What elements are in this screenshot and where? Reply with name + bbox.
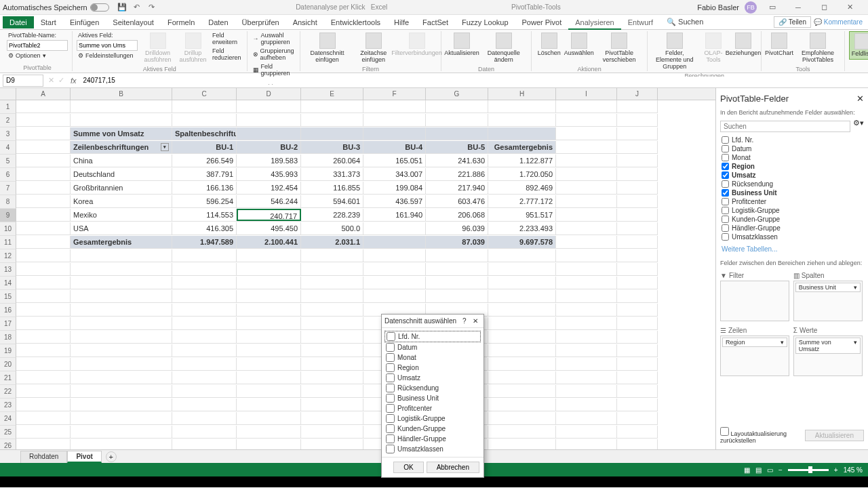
cell[interactable]: 217.940 [426,182,488,194]
slicer-field-item[interactable]: Lfd. Nr. [384,331,481,342]
slicer-field-item[interactable]: Umsatzklassen [384,444,481,454]
slicer-field-item[interactable]: Datum [384,342,481,352]
close-icon[interactable]: ✕ [840,1,860,14]
cell[interactable]: Großbritannien [71,182,172,194]
field-item[interactable]: Monat [720,153,864,162]
cell[interactable] [617,290,658,302]
cell[interactable]: 436.597 [363,195,426,207]
cell[interactable] [556,263,617,275]
ribbon-display-icon[interactable]: ▭ [762,1,783,14]
cell[interactable]: BU-4 [363,141,426,153]
cell[interactable]: 2.233.493 [488,222,556,235]
cell[interactable] [237,371,301,384]
row-header[interactable]: 13 [0,263,16,277]
tab-analysieren[interactable]: Analysieren [568,16,620,30]
cell[interactable] [617,263,658,275]
cell[interactable] [71,277,172,289]
cell[interactable]: 1.720.050 [488,168,556,180]
cell[interactable] [16,249,71,262]
cell[interactable]: 9.697.578 [488,236,556,248]
values-dropzone[interactable]: Summe von Umsatz▾ [793,336,863,376]
cell[interactable] [617,412,658,424]
redo-icon[interactable]: ↷ [146,2,157,13]
cell[interactable]: 2.031.1 [301,236,363,248]
tab-power pivot[interactable]: Power Pivot [515,16,569,28]
cell[interactable] [301,385,363,397]
cell[interactable] [16,358,71,370]
cell[interactable]: 546.244 [237,195,301,207]
cell[interactable] [237,114,301,126]
cell[interactable] [363,114,426,126]
field-item[interactable]: Logistik-Gruppe [720,206,864,215]
cell[interactable] [71,290,172,302]
cell[interactable] [488,290,556,302]
cell[interactable] [301,249,363,262]
cell[interactable] [617,317,658,329]
cell[interactable] [16,127,71,140]
cell[interactable] [237,317,301,329]
cell[interactable] [237,249,301,262]
tab-file[interactable]: Datei [3,16,34,28]
cell[interactable] [426,249,488,262]
accept-formula-icon[interactable]: ✓ [56,76,66,85]
cell[interactable] [363,100,426,113]
cell[interactable] [301,426,363,438]
row-header[interactable]: 10 [0,222,16,236]
insert-timeline-button[interactable]: Zeitachse einfügen [353,31,394,65]
row-header[interactable]: 14 [0,277,16,290]
col-header-D[interactable]: D [237,88,301,100]
field-item[interactable]: Region [720,162,864,171]
cell[interactable] [556,412,617,424]
cell[interactable] [71,439,172,449]
select-all-corner[interactable] [0,88,16,100]
col-header-G[interactable]: G [426,88,488,100]
cell[interactable] [16,236,71,248]
cell[interactable]: 2.100.441 [237,236,301,248]
col-header-F[interactable]: F [363,88,426,100]
cell[interactable] [617,399,658,411]
cell[interactable] [16,385,71,397]
cell[interactable] [301,263,363,275]
cell[interactable]: BU-1 [172,141,237,153]
cell[interactable] [237,426,301,438]
cell[interactable] [617,127,658,140]
cell[interactable] [556,155,617,167]
cell[interactable]: 596.254 [172,195,237,207]
row-header[interactable]: 7 [0,182,16,195]
cell[interactable] [617,141,658,153]
formula-input[interactable] [81,77,868,84]
row-header[interactable]: 17 [0,317,16,331]
cell[interactable]: 221.886 [426,168,488,180]
cell[interactable] [16,141,71,153]
view-layout-icon[interactable]: ▤ [755,466,762,474]
zoom-level[interactable]: 145 % [844,466,863,474]
filter-dropzone[interactable] [720,281,789,321]
zoom-slider[interactable] [788,469,829,471]
row-header[interactable]: 8 [0,195,16,209]
cell[interactable] [556,304,617,316]
cell[interactable] [617,236,658,248]
cell[interactable] [301,439,363,449]
cell[interactable] [488,317,556,329]
cell[interactable] [71,304,172,316]
cell[interactable] [16,304,71,316]
cell[interactable] [172,344,237,357]
move-button[interactable]: PivotTable verschieben [595,31,644,65]
cell[interactable]: 240.717 [237,209,301,221]
cell[interactable]: 1.947.589 [172,236,237,248]
cell[interactable]: 260.064 [301,155,363,167]
cell[interactable] [556,331,617,343]
cell[interactable] [363,222,426,235]
cell[interactable] [617,209,658,221]
row-header[interactable]: 20 [0,358,16,371]
defer-checkbox[interactable]: Layoutaktualisierung zurückstellen [720,427,805,444]
col-header-B[interactable]: B [71,88,172,100]
cell[interactable] [488,385,556,397]
field-item[interactable]: Rücksendung [720,180,864,188]
cell[interactable] [172,385,237,397]
tab-einfügen[interactable]: Einfügen [63,16,106,28]
datasource-button[interactable]: Datenquelle ändern [481,31,527,65]
cell[interactable] [237,399,301,411]
slicer-field-item[interactable]: Monat [384,352,481,363]
cell[interactable] [556,317,617,329]
